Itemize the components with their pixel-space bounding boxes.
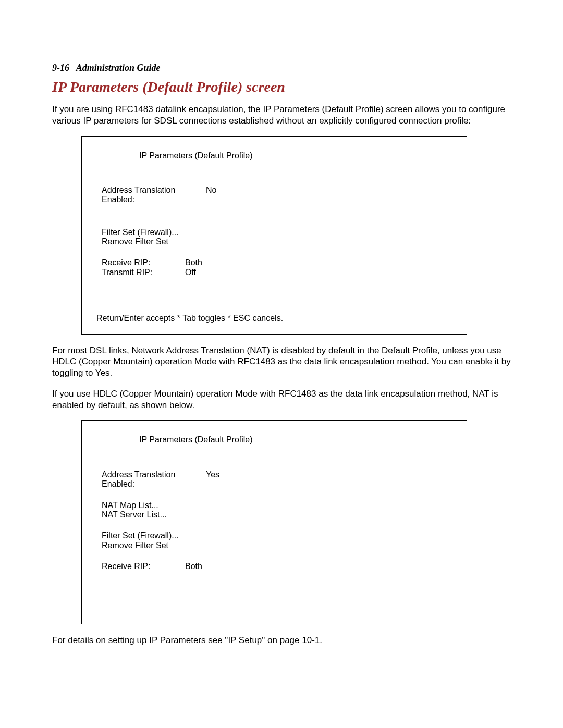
filter-set-label: Filter Set (Firewall)... (102, 228, 206, 237)
receive-rip-row: Receive RIP: Both (96, 258, 452, 267)
address-translation-value: Yes (206, 470, 219, 489)
receive-rip-row: Receive RIP: Both (96, 562, 452, 571)
paragraph-3: If you use HDLC (Copper Mountain) operat… (52, 388, 511, 411)
address-translation-label: Address Translation Enabled: (102, 186, 206, 205)
remove-filter-row: Remove Filter Set (96, 541, 452, 550)
receive-rip-label: Receive RIP: (102, 562, 185, 571)
remove-filter-label: Remove Filter Set (102, 541, 206, 550)
page-number: 9-16 (52, 63, 69, 73)
address-translation-label: Address Translation Enabled: (102, 470, 206, 489)
filter-set-label: Filter Set (Firewall)... (102, 531, 206, 540)
filter-set-row: Filter Set (Firewall)... (96, 531, 452, 540)
receive-rip-label: Receive RIP: (102, 258, 185, 267)
receive-rip-value: Both (185, 562, 202, 571)
page-header: 9-16 Administration Guide (52, 63, 511, 73)
paragraph-2: For most DSL links, Network Address Tran… (52, 345, 511, 379)
address-translation-row: Address Translation Enabled: No (96, 186, 452, 205)
section-heading: IP Parameters (Default Profile) screen (52, 79, 511, 95)
document-page: 9-16 Administration Guide IP Parameters … (0, 0, 563, 728)
address-translation-value: No (206, 186, 216, 205)
guide-title: Administration Guide (76, 63, 161, 73)
remove-filter-label: Remove Filter Set (102, 237, 206, 246)
nat-server-row: NAT Server List... (96, 510, 452, 520)
address-translation-row: Address Translation Enabled: Yes (96, 470, 452, 489)
intro-paragraph: If you are using RFC1483 datalink encaps… (52, 104, 511, 127)
filter-set-row: Filter Set (Firewall)... (96, 228, 452, 237)
nat-map-label: NAT Map List... (102, 501, 206, 510)
transmit-rip-row: Transmit RIP: Off (96, 268, 452, 277)
terminal-footer-hint: Return/Enter accepts * Tab toggles * ESC… (96, 314, 452, 323)
terminal-screen-1: IP Parameters (Default Profile) Address … (81, 136, 467, 335)
receive-rip-value: Both (185, 258, 202, 267)
transmit-rip-label: Transmit RIP: (102, 268, 185, 277)
terminal-title: IP Parameters (Default Profile) (96, 435, 452, 445)
paragraph-4: For details on setting up IP Parameters … (52, 635, 511, 646)
nat-server-label: NAT Server List... (102, 510, 206, 520)
nat-map-row: NAT Map List... (96, 501, 452, 510)
terminal-screen-2: IP Parameters (Default Profile) Address … (81, 420, 467, 624)
remove-filter-row: Remove Filter Set (96, 237, 452, 246)
terminal-title: IP Parameters (Default Profile) (96, 151, 452, 161)
transmit-rip-value: Off (185, 268, 196, 277)
